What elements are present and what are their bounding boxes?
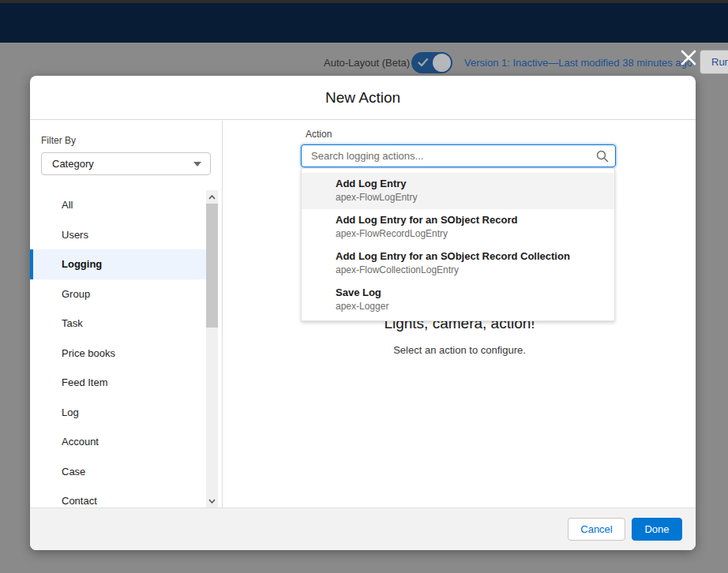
category-item-case[interactable]: Case xyxy=(30,457,206,487)
modal-body: Filter By Category AllUsersLoggingGroupT… xyxy=(30,121,696,507)
screen: Auto-Layout (Beta) Version 1: Inactive—L… xyxy=(0,0,728,573)
action-search xyxy=(301,144,616,167)
action-option-subtitle: apex-Logger xyxy=(336,300,606,313)
chevron-down-icon xyxy=(193,162,201,167)
action-option-title: Add Log Entry for an SObject Record Coll… xyxy=(336,249,606,264)
category-item-all[interactable]: All xyxy=(30,190,206,220)
filter-sidebar: Filter By Category AllUsersLoggingGroupT… xyxy=(30,121,223,507)
category-item-feed-item[interactable]: Feed Item xyxy=(30,368,206,398)
category-item-group[interactable]: Group xyxy=(30,279,206,309)
modal-header: New Action xyxy=(30,76,696,120)
done-button[interactable]: Done xyxy=(632,518,682,541)
action-option-title: Save Log xyxy=(336,286,606,300)
category-item-task[interactable]: Task xyxy=(30,309,206,339)
action-search-input[interactable] xyxy=(301,144,616,167)
category-item-contact[interactable]: Contact xyxy=(30,486,206,507)
category-dropdown-value: Category xyxy=(52,153,94,174)
action-options-list: Add Log Entryapex-FlowLogEntryAdd Log En… xyxy=(301,168,615,321)
action-option-subtitle: apex-FlowCollectionLogEntry xyxy=(336,264,606,277)
check-icon xyxy=(418,58,429,68)
category-list-scrollbar[interactable] xyxy=(206,190,218,507)
action-option[interactable]: Save Logapex-Logger xyxy=(302,282,614,318)
filter-by-label: Filter By xyxy=(41,135,76,146)
action-option[interactable]: Add Log Entry for an SObject Recordapex-… xyxy=(302,209,614,245)
run-button[interactable]: Run xyxy=(700,50,728,74)
modal-title: New Action xyxy=(30,76,696,119)
cancel-button[interactable]: Cancel xyxy=(568,518,625,541)
scrollbar-thumb[interactable] xyxy=(206,204,218,328)
action-option[interactable]: Add Log Entry for an SObject Record Coll… xyxy=(302,245,614,282)
scroll-up-icon[interactable] xyxy=(206,191,218,203)
action-option[interactable]: Add Log Entryapex-FlowLogEntry xyxy=(302,173,614,209)
action-pane: Action Add Log Entryapex-FlowLogEntryAdd… xyxy=(223,121,696,507)
action-option-title: Add Log Entry for an SObject Record xyxy=(336,213,606,227)
category-item-log[interactable]: Log xyxy=(30,398,206,428)
app-header-bar xyxy=(0,3,728,43)
category-list: AllUsersLoggingGroupTaskPrice booksFeed … xyxy=(30,190,206,507)
action-option-subtitle: apex-FlowRecordLogEntry xyxy=(336,227,606,241)
close-icon[interactable] xyxy=(677,47,700,69)
modal-footer: Cancel Done xyxy=(30,507,696,550)
category-item-price-books[interactable]: Price books xyxy=(30,339,206,369)
version-status-link[interactable]: Version 1: Inactive—Last modified 38 min… xyxy=(464,57,692,69)
category-item-users[interactable]: Users xyxy=(30,220,206,250)
scroll-down-icon[interactable] xyxy=(206,495,218,507)
category-dropdown[interactable]: Category xyxy=(41,152,211,175)
category-item-account[interactable]: Account xyxy=(30,427,206,457)
search-icon xyxy=(596,150,609,163)
action-option-subtitle: apex-FlowLogEntry xyxy=(336,191,606,204)
action-option-title: Add Log Entry xyxy=(336,177,606,191)
auto-layout-label: Auto-Layout (Beta) xyxy=(324,57,410,69)
action-label: Action xyxy=(306,129,332,140)
empty-state-subtext: Select an action to configure. xyxy=(223,344,696,356)
category-item-logging[interactable]: Logging xyxy=(30,249,206,279)
auto-layout-toggle[interactable] xyxy=(411,52,452,73)
new-action-modal: New Action Filter By Category AllUsersLo… xyxy=(30,76,696,550)
toggle-knob xyxy=(433,54,451,72)
